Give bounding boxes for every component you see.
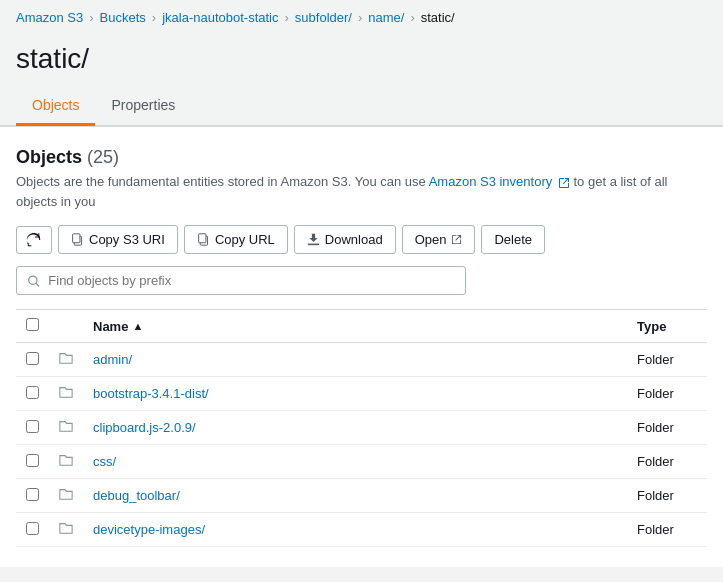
folder-icon-cell (49, 445, 83, 479)
breadcrumb-bucket[interactable]: jkala-nautobot-static (162, 10, 278, 25)
row-checkbox-cell (16, 513, 49, 547)
row-name-cell: css/ (83, 445, 627, 479)
refresh-icon (27, 233, 41, 247)
row-type-cell: Folder (627, 513, 707, 547)
row-type-cell: Folder (627, 377, 707, 411)
sort-arrow-icon: ▲ (132, 320, 143, 332)
folder-link[interactable]: clipboard.js-2.0.9/ (93, 420, 196, 435)
open-external-icon (451, 234, 462, 245)
search-box (16, 266, 466, 295)
folder-link[interactable]: devicetype-images/ (93, 522, 205, 537)
row-checkbox[interactable] (26, 386, 39, 399)
objects-heading-row: Objects (25) (16, 147, 707, 168)
folder-link[interactable]: admin/ (93, 352, 132, 367)
table-row: clipboard.js-2.0.9/ Folder (16, 411, 707, 445)
search-input[interactable] (48, 273, 455, 288)
objects-count: (25) (87, 147, 119, 167)
copy-url-icon (197, 233, 210, 246)
folder-icon (59, 487, 73, 501)
folder-link[interactable]: css/ (93, 454, 116, 469)
folder-link[interactable]: bootstrap-3.4.1-dist/ (93, 386, 209, 401)
open-button[interactable]: Open (402, 225, 476, 254)
breadcrumb-sep-4: › (410, 10, 414, 25)
select-all-header (16, 310, 49, 343)
page-title-area: static/ (0, 35, 723, 87)
breadcrumb: Amazon S3 › Buckets › jkala-nautobot-sta… (0, 0, 723, 35)
row-name-cell: debug_toolbar/ (83, 479, 627, 513)
table-row: admin/ Folder (16, 343, 707, 377)
row-type-cell: Folder (627, 445, 707, 479)
delete-button[interactable]: Delete (481, 225, 545, 254)
name-column-header[interactable]: Name ▲ (83, 310, 627, 343)
copy-icon (71, 233, 84, 246)
search-icon (27, 274, 40, 288)
copy-s3-uri-button[interactable]: Copy S3 URI (58, 225, 178, 254)
row-name-cell: bootstrap-3.4.1-dist/ (83, 377, 627, 411)
breadcrumb-sep-1: › (152, 10, 156, 25)
row-checkbox[interactable] (26, 522, 39, 535)
breadcrumb-sep-3: › (358, 10, 362, 25)
row-checkbox-cell (16, 377, 49, 411)
tab-properties[interactable]: Properties (95, 87, 191, 126)
folder-icon-cell (49, 411, 83, 445)
folder-icon (59, 385, 73, 399)
breadcrumb-name[interactable]: name/ (368, 10, 404, 25)
inventory-link[interactable]: Amazon S3 inventory (429, 174, 574, 189)
row-checkbox-cell (16, 343, 49, 377)
row-checkbox-cell (16, 445, 49, 479)
objects-description: Objects are the fundamental entities sto… (16, 172, 707, 211)
row-type-cell: Folder (627, 411, 707, 445)
breadcrumb-sep-0: › (89, 10, 93, 25)
table-row: bootstrap-3.4.1-dist/ Folder (16, 377, 707, 411)
svg-rect-1 (73, 234, 80, 243)
table-row: css/ Folder (16, 445, 707, 479)
copy-url-button[interactable]: Copy URL (184, 225, 288, 254)
external-link-icon (558, 177, 570, 189)
row-type-cell: Folder (627, 343, 707, 377)
type-column-header: Type (627, 310, 707, 343)
tabs-bar: Objects Properties (0, 87, 723, 126)
folder-icon-cell (49, 343, 83, 377)
content-area: Objects (25) Objects are the fundamental… (0, 126, 723, 567)
folder-icon (59, 521, 73, 535)
folder-icon-cell (49, 513, 83, 547)
breadcrumb-current: static/ (421, 10, 455, 25)
row-checkbox-cell (16, 411, 49, 445)
download-button[interactable]: Download (294, 225, 396, 254)
icon-header (49, 310, 83, 343)
breadcrumb-buckets[interactable]: Buckets (100, 10, 146, 25)
row-name-cell: clipboard.js-2.0.9/ (83, 411, 627, 445)
refresh-button[interactable] (16, 226, 52, 254)
row-checkbox-cell (16, 479, 49, 513)
folder-icon-cell (49, 479, 83, 513)
folder-link[interactable]: debug_toolbar/ (93, 488, 180, 503)
folder-icon-cell (49, 377, 83, 411)
row-name-cell: devicetype-images/ (83, 513, 627, 547)
download-icon (307, 233, 320, 246)
tab-objects[interactable]: Objects (16, 87, 95, 126)
objects-heading: Objects (25) (16, 147, 119, 167)
row-type-cell: Folder (627, 479, 707, 513)
toolbar: Copy S3 URI Copy URL Download Open Delet (16, 225, 707, 254)
row-name-cell: admin/ (83, 343, 627, 377)
breadcrumb-amazon-s3[interactable]: Amazon S3 (16, 10, 83, 25)
objects-table: Name ▲ Type admin/ Folder (16, 309, 707, 547)
folder-icon (59, 351, 73, 365)
breadcrumb-subfolder[interactable]: subfolder/ (295, 10, 352, 25)
breadcrumb-sep-2: › (284, 10, 288, 25)
table-row: devicetype-images/ Folder (16, 513, 707, 547)
row-checkbox[interactable] (26, 488, 39, 501)
row-checkbox[interactable] (26, 454, 39, 467)
row-checkbox[interactable] (26, 420, 39, 433)
page-title: static/ (16, 43, 707, 75)
table-row: debug_toolbar/ Folder (16, 479, 707, 513)
select-all-checkbox[interactable] (26, 318, 39, 331)
folder-icon (59, 453, 73, 467)
row-checkbox[interactable] (26, 352, 39, 365)
folder-icon (59, 419, 73, 433)
svg-rect-3 (199, 234, 206, 243)
